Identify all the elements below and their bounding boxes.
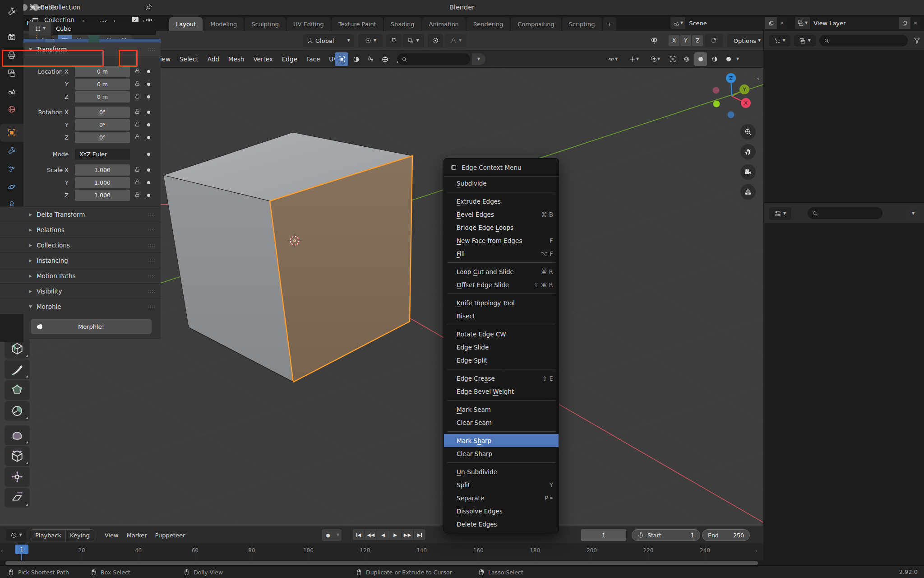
options-dropdown[interactable]: Options▼ <box>727 34 767 47</box>
menu-item-edge-split[interactable]: Edge Split <box>444 354 559 367</box>
lock-open-icon[interactable] <box>134 166 141 173</box>
workspace-tab-uv-editing[interactable]: UV Editing <box>286 17 331 31</box>
animate-dot[interactable] <box>147 168 150 172</box>
lock-open-icon[interactable] <box>134 121 141 128</box>
tool-edge-slide[interactable] <box>5 446 30 466</box>
menu-item-edge-crease[interactable]: Edge Crease⇧ E <box>444 372 559 385</box>
workspace-tab-sculpting[interactable]: Sculpting <box>245 17 286 31</box>
cube-mesh[interactable] <box>163 132 412 382</box>
current-frame-field[interactable]: 1 <box>581 529 626 541</box>
lock-open-icon[interactable] <box>134 191 141 198</box>
auto-key-dropdown[interactable]: ▼ <box>334 533 342 537</box>
mirror-axis-y-button[interactable]: Y <box>680 35 691 46</box>
menu-item-separate[interactable]: SeparateP▶ <box>444 491 559 504</box>
transform-field-3[interactable]: 0° <box>75 107 130 118</box>
tool-knife[interactable] <box>5 359 30 379</box>
tool-smooth[interactable] <box>5 425 30 445</box>
scene-icon[interactable]: ▼ <box>670 17 685 29</box>
zoom-button[interactable] <box>740 124 756 140</box>
playback-jump-end-button[interactable]: ▶ <box>414 529 425 540</box>
menu-item-un-subdivide[interactable]: Un-Subdivide <box>444 465 559 478</box>
header-globe-icon[interactable] <box>378 52 392 66</box>
view-layer-unlink-button[interactable]: ✕ <box>910 17 920 29</box>
animate-dot[interactable] <box>147 83 150 86</box>
workspace-tab-scripting[interactable]: Scripting <box>562 17 602 31</box>
header-sphere-half-icon[interactable] <box>349 52 363 66</box>
sidebar-collapse-chevron[interactable]: ‹ <box>757 75 759 82</box>
header-shading-rendered-icon[interactable] <box>722 52 735 66</box>
gizmo-x-neg[interactable] <box>713 87 720 94</box>
panel-visibility[interactable]: ▶Visibility:::: <box>0 283 161 298</box>
properties-tab-render[interactable] <box>0 28 23 46</box>
menu-item-bisect[interactable]: Bisect <box>444 309 559 322</box>
playhead-badge[interactable]: 1 <box>15 545 28 554</box>
outliner-editor-type-dropdown[interactable]: ▼ <box>769 35 790 47</box>
workspace-tab-rendering[interactable]: Rendering <box>467 17 510 31</box>
transform-field-9[interactable]: 1.000 <box>75 190 130 201</box>
falloff-dropdown[interactable]: ▼ <box>445 34 467 47</box>
menu-item-split[interactable]: SplitY <box>444 478 559 491</box>
outliner-row-scene-collection[interactable]: Scene Collection <box>0 1 161 14</box>
header-visibility-eye-icon[interactable]: ▼ <box>603 52 623 66</box>
navigation-gizmo[interactable]: Z Y X <box>704 68 763 127</box>
panel-instancing[interactable]: ▶Instancing:::: <box>0 252 161 268</box>
menu-item-edge-bevel-weight[interactable]: Edge Bevel Weight <box>444 385 559 398</box>
lock-open-icon[interactable] <box>134 67 141 75</box>
lock-open-icon[interactable] <box>134 178 141 186</box>
menu-item-extrude-edges[interactable]: Extrude Edges <box>444 195 559 208</box>
header-search-input[interactable] <box>410 56 466 62</box>
pivot-point-dropdown[interactable]: ▼ <box>358 34 383 47</box>
shading-options-dropdown[interactable]: ▼ <box>736 57 739 61</box>
menu-item-mark-sharp[interactable]: Mark Sharp <box>444 434 559 447</box>
tool-shrink-fatten[interactable] <box>5 467 30 487</box>
playback-key-prev-button[interactable]: ◀◀ <box>365 529 377 540</box>
mirror-icon[interactable] <box>650 36 659 45</box>
animate-dot[interactable] <box>147 111 150 114</box>
transform-field-4[interactable]: 0° <box>75 119 130 131</box>
timeline-scrollbar-thumb[interactable] <box>5 561 758 565</box>
timeline-ruler[interactable]: › 20406080100120140160180200220240 1 ‹ <box>0 543 763 560</box>
pin-icon[interactable] <box>145 4 152 11</box>
add-workspace-button[interactable]: + <box>603 17 617 31</box>
menu-item-mark-seam[interactable]: Mark Seam <box>444 403 559 416</box>
frame-start-field[interactable]: Start 1 <box>632 529 700 541</box>
menu-item-loop-cut-and-slide[interactable]: Loop Cut and Slide⌘ R <box>444 265 559 278</box>
workspace-tab-shading[interactable]: Shading <box>384 17 421 31</box>
lock-open-icon[interactable] <box>134 133 141 140</box>
properties-tab-tool[interactable] <box>0 3 23 21</box>
menu-item-offset-edge-slide[interactable]: Offset Edge Slide⇧ ⌘ R <box>444 278 559 291</box>
snap-individual-button[interactable] <box>705 34 723 47</box>
menu-item-fill[interactable]: Fill⌥ F <box>444 247 559 260</box>
view-layer-copy-button[interactable] <box>899 17 910 29</box>
outliner-search-input[interactable] <box>832 37 903 44</box>
timeline-menu-puppeteer[interactable]: Puppeteer <box>151 530 189 541</box>
tool-shear[interactable] <box>5 488 30 508</box>
snap-target-dropdown[interactable]: ▼ <box>402 34 424 47</box>
transform-orientation-dropdown[interactable]: Global ▼ <box>303 34 354 47</box>
workspace-tab-animation[interactable]: Animation <box>422 17 466 31</box>
properties-search[interactable] <box>808 207 882 219</box>
animate-dot[interactable] <box>147 181 150 184</box>
auto-key-record-button[interactable]: ● <box>322 532 334 538</box>
panel-relations[interactable]: ▶Relations:::: <box>0 222 161 237</box>
viewport-menu-select[interactable]: Select <box>175 53 203 65</box>
properties-editor-type-dropdown[interactable]: ▼ <box>769 207 791 220</box>
pan-button[interactable] <box>740 144 756 159</box>
header-frame-select-icon[interactable] <box>335 52 348 66</box>
menu-item-delete-edges[interactable]: Delete Edges <box>444 517 559 531</box>
header-overlays-icon[interactable]: ▼ <box>645 52 665 66</box>
animate-dot[interactable] <box>147 123 150 126</box>
ruler-left-chevron[interactable]: › <box>1 548 3 554</box>
outliner-display-mode-dropdown[interactable]: ▼ <box>794 35 816 47</box>
ortho-toggle-button[interactable] <box>740 184 756 200</box>
header-shading-material-icon[interactable] <box>708 52 721 66</box>
scene-selector[interactable]: ▼ Scene ✕ <box>670 17 787 29</box>
header-shading-solid-icon[interactable] <box>694 52 707 66</box>
tool-spin[interactable] <box>5 401 30 421</box>
timeline-editor-type-dropdown[interactable]: ▼ <box>6 529 26 541</box>
animate-dot[interactable] <box>147 70 150 73</box>
panel-motion-paths[interactable]: ▶Motion Paths:::: <box>0 268 161 283</box>
viewport-menu-add[interactable]: Add <box>203 53 224 65</box>
menu-item-edge-slide[interactable]: Edge Slide <box>444 340 559 354</box>
menu-item-new-face-from-edges[interactable]: New Face from EdgesF <box>444 234 559 247</box>
